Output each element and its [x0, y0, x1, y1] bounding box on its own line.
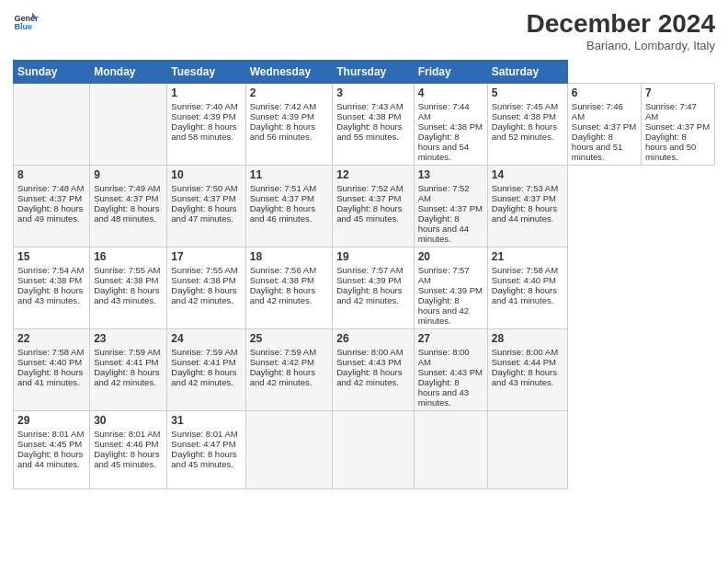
day-number: 11 [250, 168, 329, 181]
calendar-cell [245, 411, 333, 489]
sunset: Sunset: 4:43 PM [336, 357, 401, 367]
sunset: Sunset: 4:42 PM [250, 357, 314, 367]
sunrise: Sunrise: 7:48 AM [17, 183, 84, 193]
sunrise: Sunrise: 7:57 AM [418, 265, 470, 285]
sunset: Sunset: 4:38 PM [250, 275, 314, 285]
logo-icon: General Blue [13, 9, 39, 35]
day-number: 15 [17, 250, 85, 263]
col-header-thursday: Thursday [333, 61, 414, 84]
sunset: Sunset: 4:37 PM [250, 193, 314, 203]
sunrise: Sunrise: 7:49 AM [94, 183, 160, 193]
sunset: Sunset: 4:47 PM [171, 439, 235, 449]
calendar-cell [414, 411, 487, 489]
sunset: Sunset: 4:37 PM [572, 121, 636, 132]
daylight: Daylight: 8 hours and 45 minutes. [94, 449, 159, 469]
col-header-tuesday: Tuesday [167, 61, 245, 84]
sunset: Sunset: 4:41 PM [94, 357, 158, 367]
sunrise: Sunrise: 8:01 AM [17, 429, 84, 439]
sunset: Sunset: 4:39 PM [171, 111, 235, 121]
sunset: Sunset: 4:38 PM [418, 121, 483, 132]
calendar-header-row: SundayMondayTuesdayWednesdayThursdayFrid… [14, 61, 715, 84]
daylight: Daylight: 8 hours and 42 minutes. [171, 367, 236, 387]
sunrise: Sunrise: 7:46 AM [572, 101, 623, 121]
logo: General Blue [13, 9, 39, 35]
calendar-cell: 4Sunrise: 7:44 AMSunset: 4:38 PMDaylight… [414, 84, 487, 166]
header: General Blue December 2024 Bariano, Lomb… [13, 9, 715, 52]
sunrise: Sunrise: 7:53 AM [492, 183, 558, 193]
sunset: Sunset: 4:37 PM [492, 193, 556, 203]
day-number: 12 [336, 168, 409, 181]
daylight: Daylight: 8 hours and 44 minutes. [492, 203, 557, 224]
daylight: Daylight: 8 hours and 42 minutes. [336, 367, 402, 387]
sunset: Sunset: 4:38 PM [336, 111, 401, 121]
day-number: 7 [645, 86, 711, 99]
sunrise: Sunrise: 7:52 AM [336, 183, 403, 193]
calendar-cell [14, 84, 90, 166]
calendar-cell: 5Sunrise: 7:45 AMSunset: 4:38 PMDaylight… [487, 84, 567, 166]
page-container: General Blue December 2024 Bariano, Lomb… [0, 0, 728, 497]
sunset: Sunset: 4:37 PM [418, 203, 483, 213]
calendar-cell: 15Sunrise: 7:54 AMSunset: 4:38 PMDayligh… [14, 247, 90, 329]
sunset: Sunset: 4:38 PM [94, 275, 158, 285]
daylight: Daylight: 8 hours and 42 minutes. [171, 285, 236, 305]
daylight: Daylight: 8 hours and 42 minutes. [418, 295, 469, 326]
calendar-cell: 2Sunrise: 7:42 AMSunset: 4:39 PMDaylight… [245, 84, 333, 166]
daylight: Daylight: 8 hours and 56 minutes. [250, 121, 315, 142]
calendar-cell: 7Sunrise: 7:47 AMSunset: 4:37 PMDaylight… [641, 84, 714, 166]
daylight: Daylight: 8 hours and 43 minutes. [418, 377, 469, 408]
sunrise: Sunrise: 7:43 AM [336, 101, 403, 111]
calendar-cell: 25Sunrise: 7:59 AMSunset: 4:42 PMDayligh… [245, 329, 333, 411]
sunset: Sunset: 4:38 PM [492, 111, 556, 121]
calendar-cell: 29Sunrise: 8:01 AMSunset: 4:45 PMDayligh… [14, 411, 90, 489]
day-number: 26 [336, 332, 409, 345]
daylight: Daylight: 8 hours and 58 minutes. [171, 121, 236, 142]
calendar-cell [487, 411, 567, 489]
sunrise: Sunrise: 7:50 AM [171, 183, 237, 193]
sunrise: Sunrise: 7:56 AM [250, 265, 316, 275]
col-header-wednesday: Wednesday [245, 61, 333, 84]
svg-text:General: General [14, 14, 39, 23]
calendar-cell: 17Sunrise: 7:55 AMSunset: 4:38 PMDayligh… [167, 247, 245, 329]
sunset: Sunset: 4:38 PM [17, 275, 82, 285]
calendar-cell: 27Sunrise: 8:00 AMSunset: 4:43 PMDayligh… [414, 329, 487, 411]
calendar-cell [90, 84, 167, 166]
calendar-cell: 3Sunrise: 7:43 AMSunset: 4:38 PMDaylight… [333, 84, 414, 166]
sunrise: Sunrise: 7:59 AM [250, 347, 316, 357]
calendar-cell: 31Sunrise: 8:01 AMSunset: 4:47 PMDayligh… [167, 411, 245, 489]
sunrise: Sunrise: 7:59 AM [94, 347, 160, 357]
day-number: 31 [171, 414, 241, 427]
calendar-cell: 30Sunrise: 8:01 AMSunset: 4:46 PMDayligh… [90, 411, 167, 489]
daylight: Daylight: 8 hours and 48 minutes. [94, 203, 159, 224]
sunrise: Sunrise: 7:55 AM [171, 265, 237, 275]
location-subtitle: Bariano, Lombardy, Italy [527, 39, 715, 52]
daylight: Daylight: 8 hours and 47 minutes. [171, 203, 236, 224]
daylight: Daylight: 8 hours and 44 minutes. [17, 449, 83, 469]
sunset: Sunset: 4:43 PM [418, 367, 483, 377]
day-number: 9 [94, 168, 163, 181]
day-number: 20 [418, 250, 483, 263]
day-number: 1 [171, 86, 241, 99]
sunrise: Sunrise: 8:00 AM [418, 347, 470, 367]
sunrise: Sunrise: 7:59 AM [171, 347, 237, 357]
day-number: 19 [336, 250, 409, 263]
sunrise: Sunrise: 7:58 AM [492, 265, 558, 275]
sunrise: Sunrise: 7:55 AM [94, 265, 160, 275]
day-number: 13 [418, 168, 483, 181]
sunrise: Sunrise: 7:57 AM [336, 265, 403, 275]
daylight: Daylight: 8 hours and 42 minutes. [94, 367, 159, 387]
day-number: 27 [418, 332, 483, 345]
day-number: 29 [17, 414, 85, 427]
sunset: Sunset: 4:44 PM [492, 357, 556, 367]
daylight: Daylight: 8 hours and 43 minutes. [492, 367, 557, 387]
day-number: 30 [94, 414, 163, 427]
calendar-cell: 10Sunrise: 7:50 AMSunset: 4:37 PMDayligh… [167, 166, 245, 247]
calendar-cell: 16Sunrise: 7:55 AMSunset: 4:38 PMDayligh… [90, 247, 167, 329]
sunrise: Sunrise: 7:52 AM [418, 183, 470, 203]
calendar-cell: 13Sunrise: 7:52 AMSunset: 4:37 PMDayligh… [414, 166, 487, 247]
day-number: 10 [171, 168, 241, 181]
day-number: 21 [492, 250, 563, 263]
sunrise: Sunrise: 8:00 AM [336, 347, 403, 357]
calendar-week-1: 1Sunrise: 7:40 AMSunset: 4:39 PMDaylight… [14, 84, 715, 166]
day-number: 17 [171, 250, 241, 263]
sunrise: Sunrise: 7:47 AM [645, 101, 697, 121]
